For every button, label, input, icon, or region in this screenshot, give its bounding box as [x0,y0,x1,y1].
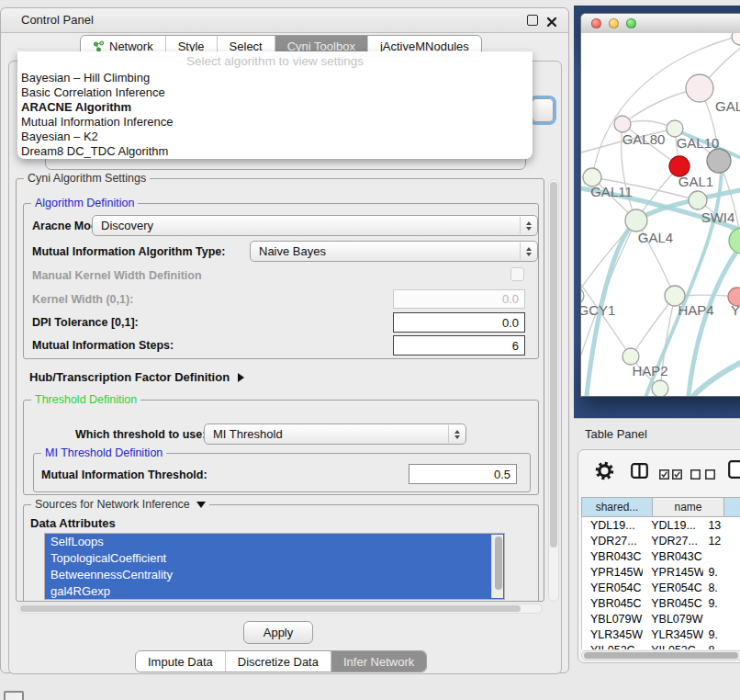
table-row[interactable]: YER054CYER054C8. [582,580,740,595]
mi-type-combo[interactable]: Naive Bayes [250,241,538,262]
table-panel-card: shared...name YDL19...YDL19...13YDR27...… [577,449,740,663]
aracne-mode-combo[interactable]: Discovery [92,215,538,236]
table-row[interactable]: YIL052CYIL052C8 [582,642,740,649]
algorithm-definition-legend: Algorithm Definition [31,197,138,209]
table-cell: YBR043C [582,550,643,563]
column-header[interactable] [724,497,740,517]
apply-button[interactable]: Apply [243,621,313,644]
cyni-mode-tabs: Impute DataDiscretize DataInfer Network [135,650,427,672]
mi-threshold-field[interactable]: 0.5 [409,464,517,484]
table-cell: YER054C [582,581,643,594]
scrollbar-thumb[interactable] [584,652,738,659]
tab-infer-network[interactable]: Infer Network [331,651,426,672]
control-panel-titlebar: Control Panel [1,8,568,33]
table-cell: YIL052C [582,644,643,650]
algorithm-option[interactable]: Basic Correlation Inference [21,85,529,100]
network-node-green-node[interactable] [729,228,740,254]
which-threshold-label: Which threshold to use: [75,428,206,441]
hub-section-label: Hub/Transcription Factor Definition [29,370,230,384]
settings-vertical-scrollbar[interactable] [548,179,559,602]
table-panel-title: Table Panel [585,427,647,441]
table-cell: 9. [703,566,740,579]
table-row[interactable]: YBR045CYBR045C9. [582,595,740,611]
node-label: GAL11 [590,184,633,199]
table-horizontal-scrollbar[interactable] [581,650,740,660]
data-attribute-item[interactable]: SelfLoops [45,534,504,550]
minimize-window-icon[interactable] [609,18,619,28]
network-node-swi4[interactable] [689,191,707,209]
network-node-gray-node[interactable] [707,149,731,173]
algorithm-dropdown-popup: Select algorithm to view settings Bayesi… [17,51,533,159]
manual-kernel-checkbox[interactable] [510,267,524,281]
algorithm-option[interactable]: Bayesian – Hill Climbing [21,71,529,85]
table-cell: YBR045C [582,597,643,610]
network-node-gal-top[interactable] [686,74,713,102]
algorithm-option[interactable]: Dream8 DC_TDC Algorithm [21,144,529,159]
network-node-node-bottom[interactable] [652,380,668,396]
columns-icon[interactable] [631,463,648,482]
tab-impute-data[interactable]: Impute Data [136,651,225,672]
network-graph: GALGAL80GAL10GAL1GAL11SWI4GAL4GCY1HAP4YH… [581,33,740,396]
sources-legend[interactable]: Sources for Network Inference [31,498,209,511]
mi-threshold-label: Mutual Information Threshold: [41,469,207,481]
data-attribute-item[interactable]: gal4RGexp [45,583,504,600]
close-window-icon[interactable] [591,18,601,28]
network-view-window: GALGAL80GAL10GAL1GAL11SWI4GAL4GCY1HAP4YH… [580,13,740,397]
gear-icon[interactable] [595,461,614,484]
aracne-mode-value: Discovery [101,219,153,232]
threshold-definition-legend: Threshold Definition [31,393,140,406]
network-node-gal80[interactable] [614,116,631,132]
network-edge-thick [694,360,740,395]
scrollbar-thumb[interactable] [20,605,521,612]
close-panel-icon[interactable] [546,15,557,26]
table-cell: YDL19... [643,519,703,532]
page-icon-partial[interactable] [728,460,740,482]
unchecked-pair-icon[interactable] [690,467,715,483]
network-window-titlebar [581,14,740,34]
dpi-tolerance-field[interactable]: 0.0 [393,312,525,333]
data-attributes-list[interactable]: SelfLoopsTopologicalCoefficientBetweenne… [44,533,505,600]
mi-steps-label: Mutual Information Steps: [32,339,174,352]
node-label: HAP2 [632,363,667,378]
tab-discretize-data[interactable]: Discretize Data [225,651,331,672]
data-attributes-label: Data Attributes [30,516,116,530]
minimized-panel-button[interactable] [4,691,24,700]
table-cell: YPR145W [643,566,703,579]
table-row[interactable]: YDR27...YDR27...12 [582,533,740,548]
list-scrollbar-thumb[interactable] [495,536,502,590]
table-row[interactable]: YBL079WYBL079W [582,611,740,627]
column-header[interactable]: shared... [581,497,653,517]
scrollbar-thumb[interactable] [550,182,557,548]
data-attribute-item[interactable]: BetweennessCentrality [45,567,504,583]
algorithm-option[interactable]: ARACNE Algorithm [21,100,529,115]
node-label: GAL80 [622,131,666,147]
table-cell: YBL079W [643,613,703,626]
combo-stepper-icon [520,217,536,234]
which-threshold-combo[interactable]: MI Threshold [204,423,466,445]
network-node-gal4[interactable] [625,209,647,231]
float-window-icon[interactable] [527,15,538,26]
algorithm-option[interactable]: Mutual Information Inference [21,115,529,130]
table-cell: 12 [703,535,740,548]
network-node-node-top-right[interactable] [732,33,740,45]
combo-stepper-icon [448,425,465,443]
expanded-arrow-icon [196,502,206,508]
algorithm-option[interactable]: Bayesian – K2 [21,130,529,144]
focused-combo-fragment [532,98,554,122]
table-row[interactable]: YBR043CYBR043C [582,548,740,564]
table-row[interactable]: YDL19...YDL19...13 [582,517,740,533]
zoom-window-icon[interactable] [626,18,636,28]
table-row[interactable]: YPR145WYPR145W9. [582,564,740,580]
table-row[interactable]: YLR345WYLR345W9. [582,627,740,642]
settings-horizontal-scrollbar[interactable] [17,604,543,614]
hub-section-header[interactable]: Hub/Transcription Factor Definition [29,370,244,384]
network-canvas[interactable]: GALGAL80GAL10GAL1GAL11SWI4GAL4GCY1HAP4YH… [581,33,740,396]
data-attribute-item[interactable]: TopologicalCoefficient [45,550,504,567]
mi-threshold-value: 0.5 [494,468,510,481]
mi-threshold-group: MI Threshold Definition Mutual Informati… [33,453,531,492]
column-header[interactable]: name [653,497,724,517]
checked-pair-icon[interactable] [659,467,682,483]
dpi-tolerance-label: DPI Tolerance [0,1]: [32,316,139,329]
mi-steps-field[interactable]: 6 [393,335,525,356]
combo-stepper-icon [520,243,536,260]
